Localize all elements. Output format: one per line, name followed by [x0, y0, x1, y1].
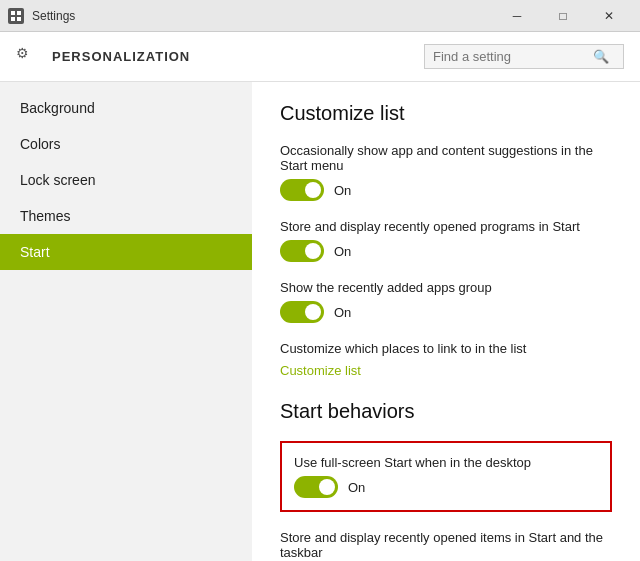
sidebar-item-lock-screen[interactable]: Lock screen	[0, 162, 252, 198]
setting-recently-added: Show the recently added apps group On	[280, 280, 612, 323]
sidebar: Background Colors Lock screen Themes Sta…	[0, 82, 252, 561]
svg-rect-3	[17, 17, 21, 21]
window-controls: ─ □ ✕	[494, 0, 632, 32]
section2-title: Start behaviors	[280, 400, 612, 423]
title-bar: Settings ─ □ ✕	[0, 0, 640, 32]
setting-label-recently-opened: Store and display recently opened progra…	[280, 219, 612, 234]
maximize-button[interactable]: □	[540, 0, 586, 32]
main-content: Background Colors Lock screen Themes Sta…	[0, 82, 640, 561]
settings-app-icon	[8, 8, 24, 24]
search-box: 🔍	[424, 44, 624, 69]
toggle-state-recently-opened: On	[334, 244, 351, 259]
sidebar-item-themes[interactable]: Themes	[0, 198, 252, 234]
setting-label-fullscreen: Use full-screen Start when in the deskto…	[294, 455, 598, 470]
setting-label-recently-added: Show the recently added apps group	[280, 280, 612, 295]
setting-label-app-suggestions: Occasionally show app and content sugges…	[280, 143, 612, 173]
svg-rect-2	[11, 17, 15, 21]
setting-link-places: Customize which places to link to in the…	[280, 341, 612, 378]
svg-rect-1	[17, 11, 21, 15]
setting-label-recently-items: Store and display recently opened items …	[280, 530, 612, 560]
minimize-button[interactable]: ─	[494, 0, 540, 32]
toggle-row-fullscreen: On	[294, 476, 598, 498]
sidebar-item-colors[interactable]: Colors	[0, 126, 252, 162]
section1-title: Customize list	[280, 102, 612, 125]
toggle-state-recently-added: On	[334, 305, 351, 320]
app-container: ⚙ PERSONALIZATION 🔍 Background Colors Lo…	[0, 32, 640, 561]
toggle-row-recently-opened: On	[280, 240, 612, 262]
section2-separator: Start behaviors	[280, 400, 612, 423]
setting-label-link-places: Customize which places to link to in the…	[280, 341, 612, 356]
close-button[interactable]: ✕	[586, 0, 632, 32]
svg-rect-0	[11, 11, 15, 15]
app-header-title: PERSONALIZATION	[52, 49, 190, 64]
toggle-app-suggestions[interactable]	[280, 179, 324, 201]
setting-recently-opened: Store and display recently opened progra…	[280, 219, 612, 262]
search-input[interactable]	[433, 49, 593, 64]
title-bar-left: Settings	[8, 8, 75, 24]
window-title: Settings	[32, 9, 75, 23]
sidebar-item-start[interactable]: Start	[0, 234, 252, 270]
toggle-row-app-suggestions: On	[280, 179, 612, 201]
app-header: ⚙ PERSONALIZATION 🔍	[0, 32, 640, 82]
sidebar-item-background[interactable]: Background	[0, 90, 252, 126]
toggle-fullscreen[interactable]	[294, 476, 338, 498]
toggle-state-fullscreen: On	[348, 480, 365, 495]
toggle-recently-added[interactable]	[280, 301, 324, 323]
personalization-icon: ⚙	[16, 45, 40, 69]
toggle-state-app-suggestions: On	[334, 183, 351, 198]
toggle-row-recently-added: On	[280, 301, 612, 323]
setting-app-suggestions: Occasionally show app and content sugges…	[280, 143, 612, 201]
setting-recently-items: Store and display recently opened items …	[280, 530, 612, 561]
content-panel: Customize list Occasionally show app and…	[252, 82, 640, 561]
customize-list-link[interactable]: Customize list	[280, 363, 361, 378]
toggle-recently-opened[interactable]	[280, 240, 324, 262]
setting-fullscreen-highlighted: Use full-screen Start when in the deskto…	[280, 441, 612, 512]
search-icon: 🔍	[593, 49, 609, 64]
